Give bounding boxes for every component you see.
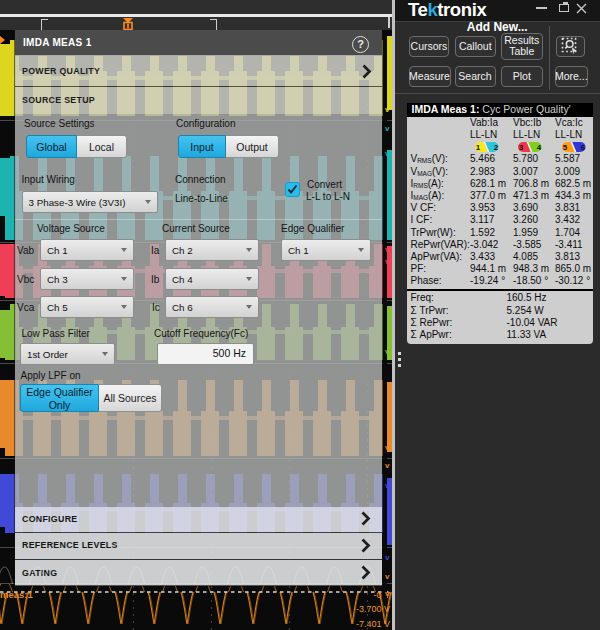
svg-text:3: 3 xyxy=(519,143,524,152)
svg-text:5: 5 xyxy=(562,143,567,152)
svg-text:4: 4 xyxy=(537,143,542,152)
svg-text:6: 6 xyxy=(580,143,585,152)
svg-text:1: 1 xyxy=(476,143,481,152)
svg-text:2: 2 xyxy=(494,143,499,152)
